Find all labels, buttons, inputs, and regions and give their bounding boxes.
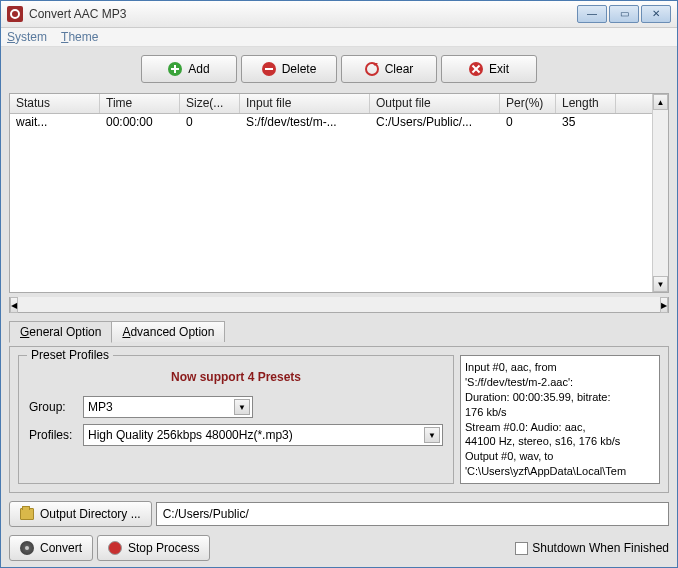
minimize-button[interactable]: — (577, 5, 607, 23)
info-line: 'C:\Users\yzf\AppData\Local\Tem (465, 464, 655, 479)
info-line: Stream #0.0: Audio: aac, (465, 420, 655, 435)
horizontal-scrollbar[interactable]: ◀ ▶ (9, 297, 669, 313)
folder-icon (20, 508, 34, 520)
output-path-input[interactable]: C:/Users/Public/ (156, 502, 669, 526)
stop-icon (108, 541, 122, 555)
tab-advanced[interactable]: Advanced Option (111, 321, 225, 342)
convert-label: Convert (40, 541, 82, 555)
preset-message: Now support 4 Presets (29, 370, 443, 384)
col-time[interactable]: Time (100, 94, 180, 113)
add-label: Add (188, 62, 209, 76)
plus-icon (168, 62, 182, 76)
clear-label: Clear (385, 62, 414, 76)
shutdown-label: Shutdown When Finished (532, 541, 669, 555)
refresh-icon (365, 62, 379, 76)
tab-content: Preset Profiles Now support 4 Presets Gr… (9, 346, 669, 493)
cell-size: 0 (180, 114, 240, 132)
app-icon (7, 6, 23, 22)
group-select[interactable]: MP3 ▼ (83, 396, 253, 418)
scroll-right-icon[interactable]: ▶ (660, 297, 668, 313)
chevron-down-icon: ▼ (234, 399, 250, 415)
window-buttons: — ▭ ✕ (575, 5, 671, 23)
delete-button[interactable]: Delete (241, 55, 337, 83)
vertical-scrollbar[interactable]: ▲ ▼ (652, 94, 668, 292)
col-per[interactable]: Per(%) (500, 94, 556, 113)
app-window: Convert AAC MP3 — ▭ ✕ System Theme Add D… (0, 0, 678, 568)
hscroll-track[interactable] (18, 297, 660, 312)
info-line: Output #0, wav, to (465, 449, 655, 464)
info-line: Duration: 00:00:35.99, bitrate: (465, 390, 655, 405)
output-dir-button[interactable]: Output Directory ... (9, 501, 152, 527)
menu-system[interactable]: System (7, 30, 47, 44)
preset-fieldset: Preset Profiles Now support 4 Presets Gr… (18, 355, 454, 484)
cell-length: 35 (556, 114, 616, 132)
profiles-select[interactable]: High Quality 256kbps 48000Hz(*.mp3) ▼ (83, 424, 443, 446)
menu-theme[interactable]: Theme (61, 30, 98, 44)
add-button[interactable]: Add (141, 55, 237, 83)
group-label: Group: (29, 400, 79, 414)
scroll-down-icon[interactable]: ▼ (653, 276, 668, 292)
cell-output: C:/Users/Public/... (370, 114, 500, 132)
window-title: Convert AAC MP3 (29, 7, 575, 21)
menubar: System Theme (1, 28, 677, 47)
info-line: 'S:/f/dev/test/m-2.aac': (465, 375, 655, 390)
tab-general[interactable]: General Option (9, 321, 112, 343)
cell-time: 00:00:00 (100, 114, 180, 132)
disc-icon (20, 541, 34, 555)
cell-input: S:/f/dev/test/m-... (240, 114, 370, 132)
convert-button[interactable]: Convert (9, 535, 93, 561)
info-line: 176 kb/s (465, 405, 655, 420)
file-table: Status Time Size(... Input file Output f… (9, 93, 669, 293)
info-line: Input #0, aac, from (465, 360, 655, 375)
output-dir-label: Output Directory ... (40, 507, 141, 521)
preset-legend: Preset Profiles (27, 348, 113, 362)
col-length[interactable]: Length (556, 94, 616, 113)
table-row[interactable]: wait... 00:00:00 0 S:/f/dev/test/m-... C… (10, 114, 652, 132)
output-row: Output Directory ... C:/Users/Public/ (9, 501, 669, 527)
shutdown-checkbox[interactable]: Shutdown When Finished (515, 541, 669, 555)
scroll-left-icon[interactable]: ◀ (10, 297, 18, 313)
checkbox-icon (515, 542, 528, 555)
profiles-label: Profiles: (29, 428, 79, 442)
col-size[interactable]: Size(... (180, 94, 240, 113)
close-button[interactable]: ✕ (641, 5, 671, 23)
col-status[interactable]: Status (10, 94, 100, 113)
tabs: General Option Advanced Option (9, 321, 669, 342)
delete-label: Delete (282, 62, 317, 76)
media-info: Input #0, aac, from 'S:/f/dev/test/m-2.a… (460, 355, 660, 484)
cell-per: 0 (500, 114, 556, 132)
chevron-down-icon: ▼ (424, 427, 440, 443)
maximize-button[interactable]: ▭ (609, 5, 639, 23)
scroll-track[interactable] (653, 110, 668, 276)
content-area: Add Delete Clear Exit Status Time Size(.… (1, 47, 677, 567)
info-line: 44100 Hz, stereo, s16, 176 kb/s (465, 434, 655, 449)
cell-status: wait... (10, 114, 100, 132)
exit-button[interactable]: Exit (441, 55, 537, 83)
profiles-value: High Quality 256kbps 48000Hz(*.mp3) (88, 428, 293, 442)
scroll-up-icon[interactable]: ▲ (653, 94, 668, 110)
minus-icon (262, 62, 276, 76)
stop-button[interactable]: Stop Process (97, 535, 210, 561)
col-input[interactable]: Input file (240, 94, 370, 113)
stop-label: Stop Process (128, 541, 199, 555)
toolbar: Add Delete Clear Exit (9, 53, 669, 89)
titlebar: Convert AAC MP3 — ▭ ✕ (1, 1, 677, 28)
table-header: Status Time Size(... Input file Output f… (10, 94, 652, 114)
clear-button[interactable]: Clear (341, 55, 437, 83)
col-output[interactable]: Output file (370, 94, 500, 113)
output-path-value: C:/Users/Public/ (163, 507, 249, 521)
action-row: Convert Stop Process Shutdown When Finis… (9, 535, 669, 561)
group-value: MP3 (88, 400, 113, 414)
x-icon (469, 62, 483, 76)
exit-label: Exit (489, 62, 509, 76)
